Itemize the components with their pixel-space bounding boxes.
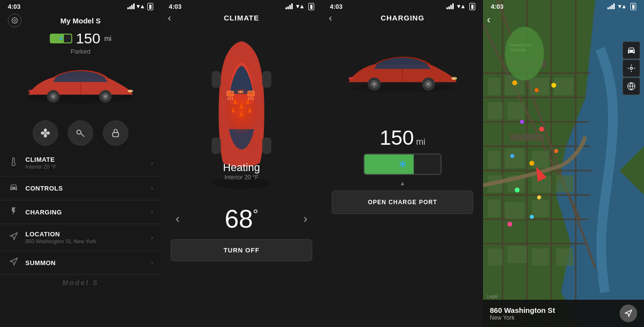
- climate-chevron: ›: [151, 159, 153, 167]
- charging-screen-title: CHARGING: [381, 14, 424, 22]
- map-location-center-button[interactable]: [623, 59, 640, 77]
- battery-indicator: ❄: [50, 34, 72, 43]
- heating-label: Heating: [161, 161, 322, 174]
- legal-text: Legal: [487, 294, 498, 299]
- snowflake-icon: ❄: [59, 36, 63, 42]
- charging-miles-value: 150: [380, 126, 414, 149]
- time-4: 4:03: [491, 3, 503, 10]
- map-car-button[interactable]: [623, 41, 640, 59]
- summon-icon: [8, 257, 20, 268]
- back-button-charging[interactable]: ‹: [329, 12, 332, 23]
- car-illustration: [17, 64, 144, 109]
- svg-rect-85: [556, 249, 573, 266]
- menu-item-controls[interactable]: CONTROLS ›: [0, 176, 161, 200]
- svg-rect-19: [212, 137, 221, 154]
- svg-rect-81: [532, 200, 549, 217]
- summon-label: SUMMON: [25, 259, 151, 267]
- svg-point-95: [554, 149, 558, 153]
- location-label: LOCATION: [25, 231, 151, 238]
- location-icon: [8, 232, 20, 243]
- svg-point-101: [505, 27, 544, 80]
- key-button[interactable]: [68, 120, 93, 146]
- svg-rect-20: [262, 137, 272, 154]
- charging-mileage: 150 mi: [322, 122, 483, 152]
- charging-label: CHARGING: [25, 209, 151, 216]
- open-charge-port-button[interactable]: OPEN CHARGE PORT: [332, 191, 473, 214]
- temperature-value: 68: [224, 205, 253, 233]
- menu-item-charging[interactable]: CHARGING ›: [0, 200, 161, 224]
- degree-symbol: °: [253, 207, 258, 222]
- svg-rect-84: [532, 249, 549, 266]
- charging-snowflake-icon: ❄: [399, 158, 407, 170]
- status-bar-3: 4:03 ▾▲ ▮: [322, 0, 483, 12]
- svg-point-11: [44, 132, 46, 134]
- svg-point-10: [28, 89, 33, 92]
- summon-menu-content: SUMMON: [25, 259, 151, 267]
- menu-item-climate[interactable]: CLIMATE Interior 20 °F ›: [0, 150, 161, 176]
- mileage-unit: mi: [104, 35, 112, 42]
- map-city: New York: [490, 314, 555, 321]
- map-controls: [623, 41, 640, 95]
- wifi-icon-2: ▾▲: [296, 3, 305, 10]
- controls-chevron: ›: [151, 184, 153, 192]
- climate-sub: Interior 20 °F: [25, 164, 151, 170]
- charging-battery-bar: ❄: [363, 154, 442, 175]
- charging-chevron: ›: [151, 208, 153, 216]
- svg-point-88: [512, 80, 517, 85]
- status-icons-2: ▾▲ ▮: [285, 3, 314, 10]
- svg-point-12: [77, 130, 81, 134]
- screen-main: 4:03 ▾▲ ▮ My Model S ❄: [0, 0, 161, 327]
- svg-rect-70: [529, 78, 549, 95]
- back-button-map[interactable]: ‹: [487, 14, 490, 26]
- screen-map: 4:03 ▾▲ ▮: [483, 0, 644, 327]
- charging-car-illustration: [337, 50, 468, 97]
- temp-increase-button[interactable]: ›: [303, 212, 307, 226]
- back-button-climate[interactable]: ‹: [168, 12, 171, 23]
- map-globe-button[interactable]: [623, 77, 640, 95]
- climate-screen-title: CLIMATE: [224, 14, 260, 22]
- menu-item-summon[interactable]: SUMMON ›: [0, 251, 161, 274]
- svg-point-97: [537, 195, 541, 199]
- quick-actions: [0, 115, 161, 150]
- svg-point-94: [529, 161, 534, 166]
- svg-rect-69: [507, 102, 524, 119]
- time-1: 4:03: [8, 3, 20, 10]
- svg-point-96: [515, 188, 520, 192]
- status-bar-2: 4:03 ▾▲ ▮: [161, 0, 322, 12]
- climate-header: ‹ CLIMATE: [161, 12, 322, 25]
- turn-off-button[interactable]: TURN OFF: [171, 239, 312, 261]
- climate-label: CLIMATE: [25, 156, 151, 163]
- battery-bar: ❄: [50, 34, 72, 43]
- svg-rect-74: [532, 151, 549, 168]
- car-icon: [8, 183, 20, 193]
- map-area[interactable]: Choose One Golf Club ‹ Legal 860 Washing…: [483, 0, 644, 327]
- svg-rect-82: [488, 249, 503, 266]
- svg-point-93: [510, 154, 514, 158]
- svg-point-99: [530, 215, 534, 219]
- svg-rect-80: [505, 202, 524, 219]
- location-menu-content: LOCATION 860 Washington St, New York: [25, 231, 151, 244]
- wifi-icon: ▾▲: [137, 3, 145, 10]
- charging-menu-content: CHARGING: [25, 209, 151, 216]
- settings-button[interactable]: [8, 14, 21, 27]
- svg-point-36: [240, 91, 242, 93]
- svg-rect-72: [488, 151, 500, 168]
- map-navigate-button[interactable]: [620, 305, 637, 322]
- signal-icon: [127, 3, 135, 9]
- temp-decrease-button[interactable]: ‹: [176, 212, 180, 226]
- svg-point-90: [551, 83, 556, 88]
- svg-point-89: [535, 88, 539, 92]
- map-satellite: Choose One Golf Club: [483, 0, 644, 327]
- fan-button[interactable]: [33, 120, 58, 146]
- heating-sub: Interior 20 °F: [161, 174, 322, 181]
- battery-icon-4: ▮: [630, 3, 636, 10]
- menu-item-location[interactable]: LOCATION 860 Washington St, New York ›: [0, 224, 161, 251]
- svg-point-0: [14, 19, 16, 21]
- lock-button[interactable]: [103, 120, 128, 146]
- charging-miles-unit: mi: [416, 137, 425, 147]
- charging-car-area: [322, 25, 483, 122]
- svg-point-48: [427, 82, 430, 85]
- screen-climate: 4:03 ▾▲ ▮ ‹ CLIMATE: [161, 0, 322, 327]
- climate-car-view: Heating Interior 20 °F: [161, 25, 322, 200]
- svg-point-91: [520, 120, 524, 124]
